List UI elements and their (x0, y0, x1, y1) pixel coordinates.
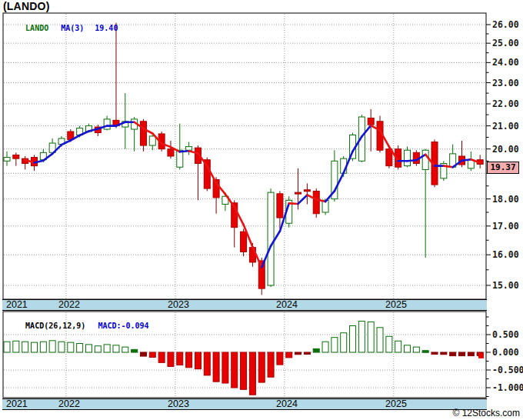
macd-bar (386, 336, 392, 352)
macd-bar (441, 352, 447, 355)
year-label: 2025 (385, 399, 407, 409)
candle (304, 190, 310, 192)
macd-bar (431, 352, 438, 355)
ma-segment (408, 160, 417, 161)
candle (149, 136, 155, 145)
candle (368, 118, 374, 125)
macd-bar (331, 338, 338, 352)
x-axis-band-bottom: 2021 2022 2023 2024 2025 (2, 398, 487, 410)
ma-segment (289, 203, 298, 204)
price-tick-label: 24.00 (492, 57, 519, 68)
price-legend: LANDOMA(3)19.40 (7, 15, 118, 41)
candlesticks (4, 23, 483, 295)
year-label: 2024 (276, 399, 298, 409)
macd-tick-label: 0.500 (492, 329, 519, 340)
macd-bar (241, 352, 247, 389)
candle (241, 232, 247, 252)
candle (295, 192, 301, 194)
macd-tick-label: -1.000 (492, 382, 523, 393)
price-tick-label: 18.00 (492, 194, 519, 205)
year-label: 2022 (58, 300, 80, 310)
macd-bar (304, 352, 310, 355)
macd-bar (268, 352, 274, 377)
ma-value: 19.40 (95, 24, 118, 32)
price-tick-label: 15.00 (492, 280, 519, 291)
macd-label: MACD(26,12,9) (25, 322, 85, 330)
year-label: 2021 (6, 300, 28, 310)
chart-canvas: 26.0025.0024.0023.0022.0021.0020.0018.00… (0, 0, 523, 420)
macd-value: MACD:-0.094 (98, 322, 148, 330)
macd-tick-label: -0.500 (492, 365, 523, 375)
x-axis-band-top: 2021 2022 2023 2024 2025 (2, 299, 487, 311)
macd-bar (113, 345, 119, 352)
macd-bar (122, 347, 128, 352)
price-tick-label: 16.00 (492, 249, 519, 260)
macd-bar (277, 352, 283, 365)
macd-bar (295, 352, 301, 355)
ma-line (25, 122, 481, 268)
macd-bar (249, 352, 255, 395)
macd-bar (341, 333, 347, 352)
price-tick-label: 25.00 (492, 38, 519, 48)
macd-bar (40, 342, 46, 352)
candle (168, 149, 174, 156)
copyright-credit: © 12Stocks.com (452, 408, 520, 418)
macd-bar (132, 349, 138, 352)
candle (186, 147, 192, 151)
macd-bar (13, 341, 19, 352)
ma-segment (180, 151, 189, 152)
price-tick-label: 20.00 (492, 144, 519, 155)
year-label: 2025 (385, 300, 407, 310)
macd-bar (258, 352, 265, 382)
macd-bar (58, 342, 65, 352)
ma-label: MA(3) (61, 24, 84, 32)
macd-bar (377, 328, 383, 352)
macd-bar (222, 352, 228, 383)
macd-bar (177, 352, 183, 365)
year-label: 2023 (168, 399, 189, 409)
candle (104, 119, 110, 129)
candle (277, 194, 283, 218)
macd-bar (313, 348, 319, 352)
macd-bar (422, 351, 428, 353)
chart-page: (LANDO) 26.0025.0024.0023.0022.0021.0020… (0, 0, 523, 420)
last-price-badge: 19.37 (487, 162, 519, 174)
macd-bar (104, 345, 110, 352)
macd-bar (213, 352, 219, 382)
macd-bar (286, 352, 292, 358)
macd-bar (368, 322, 374, 352)
axes: 26.0025.0024.0023.0022.0021.0020.0018.00… (3, 13, 523, 398)
macd-bar (186, 352, 192, 368)
price-tick-label: 22.00 (492, 98, 519, 109)
macd-bar (413, 347, 419, 352)
macd-legend: MACD(26,12,9)MACD:-0.094 (7, 313, 149, 338)
price-tick-label: 26.00 (492, 19, 519, 30)
macd-bar (4, 342, 10, 352)
macd-bar (450, 352, 456, 356)
ma-segment (444, 166, 453, 168)
macd-current-marker (478, 353, 484, 358)
year-label: 2024 (276, 300, 298, 310)
macd-bar (468, 352, 474, 356)
price-tick-label: 21.00 (492, 121, 519, 132)
macd-bar (49, 341, 55, 352)
candle (422, 150, 428, 169)
candle (140, 122, 146, 145)
macd-bar (350, 326, 356, 353)
macd-bar (358, 322, 365, 352)
macd-bar (322, 342, 328, 352)
year-label: 2021 (6, 399, 28, 409)
candle (405, 150, 411, 165)
macd-bar (149, 352, 155, 357)
year-label: 2023 (168, 300, 189, 310)
candle (4, 158, 10, 162)
ma-segment (298, 195, 308, 204)
macd-bar (77, 344, 83, 353)
candle (313, 191, 319, 213)
macd-tick-label: 0.000 (492, 347, 519, 358)
symbol-label: LANDO (25, 24, 48, 32)
macd-bar (22, 342, 28, 352)
year-label: 2022 (58, 399, 80, 409)
macd-bar (405, 345, 411, 352)
ma-segment (462, 159, 471, 161)
